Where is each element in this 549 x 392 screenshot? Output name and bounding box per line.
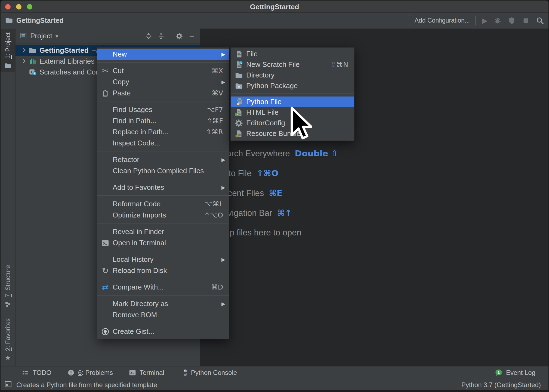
context-menu-item-new[interactable]: New▶ bbox=[97, 49, 229, 60]
menu-separator bbox=[97, 251, 229, 251]
menu-item-label: Replace in Path... bbox=[113, 128, 168, 136]
star-icon: ★ bbox=[5, 354, 11, 361]
tool-stripe-label: 7: Structure bbox=[4, 265, 12, 297]
menu-item-shortcut: ⌘V bbox=[212, 89, 223, 97]
tool-window-toggle-icon[interactable] bbox=[4, 380, 13, 390]
hint-shortcut: ⇧⌘O bbox=[256, 168, 278, 178]
editorconfig-icon bbox=[234, 119, 243, 127]
new-submenu-item-new-scratch-file[interactable]: New Scratch File⇧⌘N bbox=[231, 59, 354, 70]
menu-separator bbox=[97, 151, 229, 151]
context-menu-item-refactor[interactable]: Refactor▶ bbox=[97, 154, 229, 165]
github-icon bbox=[101, 328, 110, 336]
submenu-arrow-icon: ▶ bbox=[220, 157, 226, 162]
menu-item-label: New bbox=[113, 50, 127, 58]
menu-item-label: Inspect Code... bbox=[113, 139, 160, 147]
menu-item-label: Python File bbox=[246, 98, 282, 106]
tool-window-button-python-console[interactable]: Python Console bbox=[180, 369, 237, 377]
menu-item-label: Optimize Imports bbox=[113, 211, 166, 219]
context-menu-item-remove-bom[interactable]: Remove BOM bbox=[97, 309, 229, 321]
menu-separator bbox=[97, 195, 229, 196]
hint-shortcut: ⌘↑ bbox=[277, 208, 292, 218]
tree-node-label: External Libraries bbox=[39, 57, 94, 66]
context-menu-item-find-in-path[interactable]: Find in Path...⇧⌘F bbox=[97, 115, 229, 126]
settings-icon[interactable] bbox=[176, 33, 183, 40]
terminal-icon bbox=[101, 239, 110, 247]
tool-stripe-label: 2: Favorites bbox=[4, 318, 12, 351]
menu-item-label: Reload from Disk bbox=[113, 266, 167, 275]
tool-window-button-label: Terminal bbox=[140, 369, 164, 377]
context-menu-item-cut[interactable]: ✂Cut⌘X bbox=[97, 65, 229, 76]
stop-icon[interactable] bbox=[522, 17, 530, 25]
add-configuration-button[interactable]: Add Configuration... bbox=[409, 15, 476, 26]
menu-separator bbox=[97, 101, 229, 101]
tool-stripe-button-favorites[interactable]: 2: Favorites★ bbox=[1, 315, 15, 365]
search-icon[interactable] bbox=[536, 17, 544, 25]
menu-item-label: Copy bbox=[113, 78, 129, 86]
context-menu-item-replace-in-path[interactable]: Replace in Path...⇧⌘R bbox=[97, 126, 229, 138]
file-icon bbox=[234, 50, 243, 58]
context-menu-item-create-gist[interactable]: Create Gist... bbox=[97, 326, 229, 337]
context-menu-item-local-history[interactable]: Local History▶ bbox=[97, 254, 229, 265]
context-menu-item-mark-directory-as[interactable]: Mark Directory as▶ bbox=[97, 298, 229, 309]
context-menu-item-clean-python-compiled-files[interactable]: Clean Python Compiled Files bbox=[97, 165, 229, 176]
new-submenu-item-python-file[interactable]: Python File bbox=[231, 97, 354, 107]
context-menu-item-inspect-code[interactable]: Inspect Code... bbox=[97, 138, 229, 149]
todo-icon bbox=[22, 369, 29, 377]
python-interpreter-label[interactable]: Python 3.7 (GettingStarted) bbox=[461, 381, 541, 389]
structure-icon bbox=[4, 301, 11, 308]
context-menu: New▶✂Cut⌘XCopy▶Paste⌘VFind Usages⌥F7Find… bbox=[97, 47, 229, 339]
context-menu-item-paste[interactable]: Paste⌘V bbox=[97, 88, 229, 99]
context-menu-item-copy[interactable]: Copy▶ bbox=[97, 76, 229, 88]
menu-item-label: Find Usages bbox=[113, 105, 152, 114]
menu-item-label: Create Gist... bbox=[113, 327, 154, 336]
event-log-button[interactable]: 1Event Log bbox=[495, 369, 535, 377]
menu-separator bbox=[97, 323, 229, 323]
new-submenu-item-python-package[interactable]: Python Package bbox=[231, 80, 354, 91]
collapse-all-icon[interactable] bbox=[158, 33, 165, 40]
toolbar-project-name: GettingStarted bbox=[16, 17, 64, 24]
titlebar: GettingStarted bbox=[1, 1, 548, 13]
menu-item-label: Local History bbox=[113, 255, 153, 264]
context-menu-item-reload-from-disk[interactable]: ↻Reload from Disk bbox=[97, 265, 229, 276]
tool-stripe-button-project[interactable]: 1: Project bbox=[1, 29, 15, 72]
expand-chevron-icon[interactable] bbox=[20, 47, 29, 54]
hide-icon[interactable] bbox=[188, 33, 195, 40]
tool-window-button-problems[interactable]: 6: Problems bbox=[67, 369, 113, 377]
refresh-icon: ↻ bbox=[101, 267, 110, 275]
menu-item-label: Python Package bbox=[246, 82, 298, 90]
run-icon[interactable]: ▶ bbox=[482, 17, 488, 24]
tool-stripe-button-structure[interactable]: 7: Structure bbox=[1, 262, 15, 311]
menu-item-label: Clean Python Compiled Files bbox=[113, 167, 204, 175]
expand-chevron-icon[interactable] bbox=[20, 58, 29, 65]
context-menu-item-optimize-imports[interactable]: Optimize Imports^⌥O bbox=[97, 210, 229, 221]
context-menu-item-compare-with[interactable]: ⇄Compare With...⌘D bbox=[97, 282, 229, 293]
menu-separator bbox=[97, 223, 229, 223]
hint-shortcut: Double ⇧ bbox=[295, 148, 338, 158]
context-menu-item-find-usages[interactable]: Find Usages⌥F7 bbox=[97, 104, 229, 115]
menu-item-shortcut: ⇧⌘R bbox=[206, 128, 223, 136]
pycharm-window: GettingStarted GettingStarted Add Config… bbox=[0, 0, 549, 392]
context-menu-item-add-to-favorites[interactable]: Add to Favorites▶ bbox=[97, 182, 229, 193]
submenu-arrow-icon: ▶ bbox=[220, 257, 226, 262]
context-menu-item-open-in-terminal[interactable]: Open in Terminal bbox=[97, 237, 229, 248]
hint-shortcut: ⌘E bbox=[269, 188, 282, 198]
context-menu-item-reveal-in-finder[interactable]: Reveal in Finder bbox=[97, 226, 229, 237]
chevron-down-icon[interactable]: ▾ bbox=[55, 33, 58, 39]
statusbar-panel-icon bbox=[4, 380, 13, 388]
new-submenu-item-file[interactable]: File bbox=[231, 49, 354, 59]
context-menu-item-reformat-code[interactable]: Reformat Code⌥⌘L bbox=[97, 198, 229, 210]
tool-window-button-terminal[interactable]: Terminal bbox=[129, 369, 164, 377]
submenu-arrow-icon: ▶ bbox=[220, 80, 226, 85]
menu-item-shortcut: ⇧⌘F bbox=[207, 117, 223, 125]
debug-icon[interactable] bbox=[494, 17, 502, 25]
tool-window-button-todo[interactable]: TODO bbox=[22, 369, 51, 377]
problems-icon bbox=[67, 369, 75, 377]
new-submenu-item-directory[interactable]: Directory bbox=[231, 70, 354, 80]
terminal-tool-icon bbox=[129, 369, 136, 377]
locate-icon[interactable] bbox=[145, 33, 152, 40]
run-with-coverage-icon[interactable] bbox=[508, 17, 516, 25]
libraries-icon bbox=[29, 57, 37, 65]
scissors-icon: ✂ bbox=[101, 67, 110, 75]
tool-window-button-label: 6: Problems bbox=[78, 369, 113, 377]
svg-text:1: 1 bbox=[498, 370, 500, 375]
